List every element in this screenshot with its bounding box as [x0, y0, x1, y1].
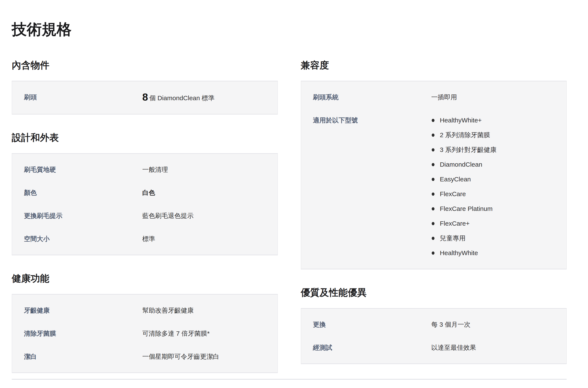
right-column: 兼容度刷頭系統一插即用適用於以下型號HealthyWhite+2 系列清除牙菌膜…	[301, 59, 567, 364]
spec-row: 潔白一個星期即可令牙齒更潔白	[12, 345, 278, 368]
bullet-icon	[432, 178, 435, 181]
model-name: 2 系列清除牙菌膜	[440, 131, 490, 139]
spec-section: 內含物件刷頭8個 DiamondClean 標準	[12, 59, 278, 115]
bullet-icon	[432, 207, 435, 210]
bullet-icon	[432, 251, 435, 255]
bullet-icon	[432, 163, 435, 166]
spec-label: 空間大小	[24, 234, 142, 243]
spec-label: 顏色	[24, 188, 142, 197]
spec-value: 一個星期即可令牙齒更潔白	[142, 352, 265, 361]
model-item: DiamondClean	[431, 160, 554, 169]
spec-row: 經測試以達至最佳效果	[301, 336, 567, 359]
spec-table: 刷頭8個 DiamondClean 標準	[12, 81, 278, 115]
spec-value: 每 3 個月一次	[431, 320, 554, 329]
model-name: DiamondClean	[440, 161, 482, 168]
spec-row: 空間大小標準	[12, 227, 278, 250]
bullet-icon	[432, 119, 435, 122]
spec-row: 清除牙菌膜可清除多達 7 倍牙菌膜*	[12, 322, 278, 345]
spec-value: 標準	[142, 234, 265, 243]
spec-columns: 內含物件刷頭8個 DiamondClean 標準設計和外表刷毛質地硬一般清理顏色…	[12, 59, 567, 373]
value-text: 個 DiamondClean 標準	[149, 95, 214, 101]
model-name: FlexCare	[440, 190, 466, 197]
spec-row: 適用於以下型號HealthyWhite+2 系列清除牙菌膜3 系列針對牙齦健康D…	[301, 109, 567, 265]
model-item: FlexCare Platinum	[431, 204, 554, 213]
spec-value: 8個 DiamondClean 標準	[142, 93, 265, 102]
spec-value: 白色	[142, 188, 265, 197]
spec-section: 設計和外表刷毛質地硬一般清理顏色白色更換刷毛提示藍色刷毛退色提示空間大小標準	[12, 132, 278, 255]
model-name: FlexCare Platinum	[440, 205, 493, 212]
spec-section: 健康功能牙齦健康幫助改善牙齦健康清除牙菌膜可清除多達 7 倍牙菌膜*潔白一個星期…	[12, 272, 278, 373]
model-item: FlexCare	[431, 190, 554, 198]
model-name: EasyClean	[440, 176, 471, 183]
spec-row: 牙齦健康幫助改善牙齦健康	[12, 299, 278, 322]
model-name: HealthyWhite+	[440, 117, 482, 124]
model-name: HealthyWhite	[440, 249, 478, 256]
spec-page: 技術規格 內含物件刷頭8個 DiamondClean 標準設計和外表刷毛質地硬一…	[0, 0, 588, 379]
spec-value: 藍色刷毛退色提示	[142, 211, 265, 220]
model-name: 3 系列針對牙齦健康	[440, 146, 496, 153]
spec-table: 牙齦健康幫助改善牙齦健康清除牙菌膜可清除多達 7 倍牙菌膜*潔白一個星期即可令牙…	[12, 294, 278, 373]
spec-label: 牙齦健康	[24, 306, 142, 315]
spec-label: 刷頭系統	[313, 93, 431, 102]
spec-value: HealthyWhite+2 系列清除牙菌膜3 系列針對牙齦健康DiamondC…	[431, 116, 554, 257]
models-list: HealthyWhite+2 系列清除牙菌膜3 系列針對牙齦健康DiamondC…	[431, 116, 554, 257]
left-column: 內含物件刷頭8個 DiamondClean 標準設計和外表刷毛質地硬一般清理顏色…	[12, 59, 278, 373]
spec-row: 更換刷毛提示藍色刷毛退色提示	[12, 204, 278, 227]
spec-label: 經測試	[313, 343, 431, 352]
page-title: 技術規格	[12, 20, 567, 38]
spec-row: 刷毛質地硬一般清理	[12, 158, 278, 181]
spec-label: 更換刷毛提示	[24, 211, 142, 220]
model-item: HealthyWhite	[431, 248, 554, 257]
model-item: HealthyWhite+	[431, 116, 554, 125]
bullet-icon	[432, 193, 435, 196]
section-heading: 優質及性能優異	[301, 287, 567, 298]
spec-value: 以達至最佳效果	[431, 343, 554, 352]
spec-section: 優質及性能優異更換每 3 個月一次經測試以達至最佳效果	[301, 287, 567, 364]
spec-value: 可清除多達 7 倍牙菌膜*	[142, 329, 265, 338]
section-heading: 設計和外表	[12, 132, 278, 143]
spec-label: 更換	[313, 320, 431, 329]
spec-label: 刷頭	[24, 93, 142, 102]
bullet-icon	[432, 222, 435, 225]
model-item: FlexCare+	[431, 219, 554, 228]
model-item: 3 系列針對牙齦健康	[431, 145, 554, 154]
model-item: 2 系列清除牙菌膜	[431, 131, 554, 140]
spec-label: 刷毛質地硬	[24, 165, 142, 174]
divider	[12, 379, 567, 379]
spec-value: 幫助改善牙齦健康	[142, 306, 265, 315]
bullet-icon	[432, 134, 435, 137]
spec-value: 一插即用	[431, 93, 554, 102]
spec-row: 顏色白色	[12, 181, 278, 204]
model-name: 兒童專用	[440, 235, 465, 242]
bullet-icon	[432, 148, 435, 151]
section-heading: 內含物件	[12, 59, 278, 71]
spec-row: 更換每 3 個月一次	[301, 313, 567, 336]
spec-value: 一般清理	[142, 165, 265, 174]
spec-label: 清除牙菌膜	[24, 329, 142, 338]
spec-table: 刷毛質地硬一般清理顏色白色更換刷毛提示藍色刷毛退色提示空間大小標準	[12, 153, 278, 255]
spec-label: 潔白	[24, 352, 142, 361]
section-heading: 健康功能	[12, 272, 278, 284]
model-name: FlexCare+	[440, 220, 470, 227]
section-heading: 兼容度	[301, 59, 567, 71]
model-item: 兒童專用	[431, 234, 554, 243]
spec-row: 刷頭8個 DiamondClean 標準	[12, 86, 278, 110]
bullet-icon	[432, 237, 435, 240]
model-item: EasyClean	[431, 175, 554, 184]
spec-table: 刷頭系統一插即用適用於以下型號HealthyWhite+2 系列清除牙菌膜3 系…	[301, 81, 567, 269]
spec-row: 刷頭系統一插即用	[301, 86, 567, 109]
quantity-number: 8	[142, 92, 148, 103]
spec-table: 更換每 3 個月一次經測試以達至最佳效果	[301, 308, 567, 364]
spec-section: 兼容度刷頭系統一插即用適用於以下型號HealthyWhite+2 系列清除牙菌膜…	[301, 59, 567, 269]
spec-label: 適用於以下型號	[313, 116, 431, 257]
